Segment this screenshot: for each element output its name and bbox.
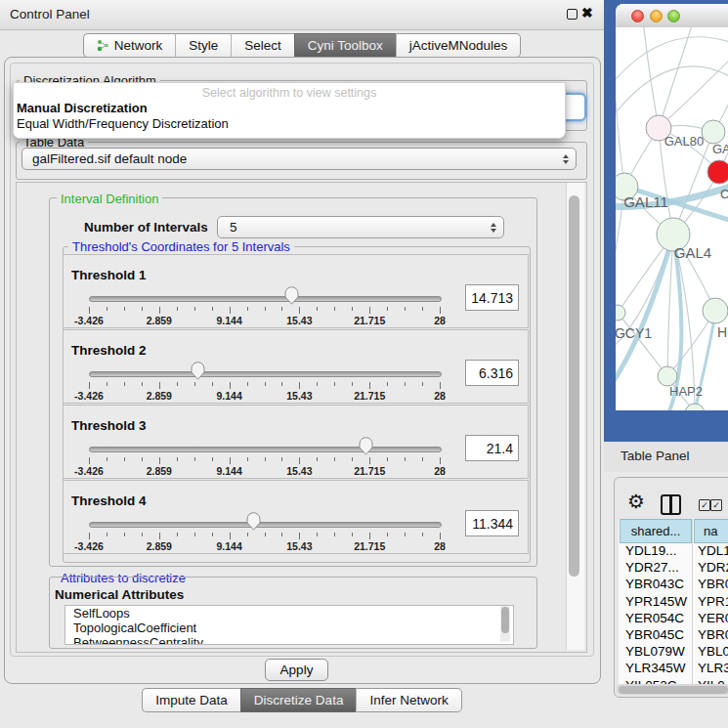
slider-tick — [387, 307, 388, 311]
attribute-item-betweennesscentrality[interactable]: BetweennessCentrality — [65, 635, 513, 645]
number-of-intervals-combo[interactable]: 5 — [217, 216, 504, 238]
threshold-slider-track[interactable] — [89, 522, 442, 528]
slider-tick — [159, 307, 160, 314]
algorithm-option-equal-width-frequency-discretization[interactable]: Equal Width/Frequency Discretization — [14, 115, 565, 131]
threshold-row-4: Threshold 4-3.4262.8599.14415.4321.71528… — [63, 480, 529, 554]
threshold-slider-thumb[interactable] — [284, 286, 299, 305]
tab-discretize-data[interactable]: Discretize Data — [240, 688, 357, 712]
numerical-attributes-label: Numerical Attributes — [55, 587, 184, 602]
algorithm-option-manual-discretization[interactable]: Manual Discretization — [14, 100, 565, 115]
table-row[interactable]: YBR045CYBR0 — [619, 627, 728, 644]
columns-icon[interactable] — [661, 494, 681, 515]
table-data-combo[interactable]: galFiltered.sif default node — [21, 148, 577, 170]
slider-tick — [387, 533, 388, 536]
slider-tick — [352, 457, 353, 461]
slider-tick-label: 28 — [434, 540, 446, 552]
attributes-scrollbar-thumb[interactable] — [501, 607, 509, 633]
tab-cyni-toolbox[interactable]: Cyni Toolbox — [294, 33, 396, 58]
combo-stepper-icon — [563, 154, 569, 164]
threshold-row-3: Threshold 3-3.4262.8599.14415.4321.71528… — [63, 405, 529, 479]
slider-tick — [405, 382, 406, 386]
slider-tick — [230, 533, 231, 539]
tab-style[interactable]: Style — [175, 33, 231, 58]
attribute-item-selfloops[interactable]: SelfLoops — [65, 606, 513, 621]
threshold-value-field[interactable]: 14.713 — [465, 284, 519, 311]
slider-tick — [230, 307, 231, 314]
slider-tick — [317, 307, 318, 311]
slider-tick — [334, 307, 335, 311]
settings-scrollbar-thumb[interactable] — [569, 195, 579, 577]
slider-tick — [124, 457, 125, 461]
network-node-h[interactable] — [703, 298, 728, 323]
network-node-c[interactable] — [707, 160, 728, 184]
threshold-value-field[interactable]: 11.344 — [465, 510, 519, 536]
close-traffic-light-icon[interactable] — [631, 10, 644, 22]
table-row[interactable]: YDL19...YDL1 — [619, 543, 728, 560]
cell-shared-name: YER054C — [625, 611, 694, 625]
interval-definition-label: Interval Definition — [57, 192, 162, 206]
tab-jactivemnodules[interactable]: jActiveMNodules — [396, 33, 522, 58]
close-icon[interactable]: ✖ — [581, 5, 593, 21]
table-row[interactable]: YBR043CYBR0 — [619, 577, 728, 593]
network-graph[interactable]: GAL80GACGAL11GAL4GCY1HHAP2 — [616, 27, 728, 410]
column-header-name[interactable]: na — [694, 519, 728, 543]
slider-tick — [142, 457, 143, 461]
slider-tick — [265, 533, 266, 536]
numerical-attributes-list[interactable]: SelfLoopsTopologicalCoefficientBetweenne… — [64, 605, 514, 645]
network-node-hap2[interactable] — [658, 366, 677, 386]
slider-tick — [405, 533, 406, 536]
minimize-traffic-light-icon[interactable] — [650, 10, 663, 22]
apply-button[interactable]: Apply — [265, 659, 328, 681]
threshold-slider-track[interactable] — [89, 447, 442, 452]
float-icon[interactable] — [567, 9, 578, 20]
cell-name: YBR0 — [698, 577, 728, 591]
table-row[interactable]: YER054CYER0 — [619, 611, 728, 627]
slider-tick — [422, 533, 423, 536]
slider-tick — [89, 457, 90, 464]
slider-tick — [440, 457, 441, 464]
slider-tick — [405, 307, 406, 311]
slider-tick — [299, 382, 300, 389]
checkbox-icon[interactable]: ✓ — [699, 499, 710, 511]
slider-tick-label: 15.43 — [286, 465, 312, 477]
column-header-shared-name[interactable]: shared... — [620, 519, 692, 543]
threshold-slider-track[interactable] — [89, 371, 442, 377]
network-node-ga[interactable] — [702, 120, 725, 144]
table-hscrollbar-thumb[interactable] — [619, 686, 728, 694]
node-label-gal11: GAL11 — [623, 193, 668, 210]
control-panel-titlebar — [0, 0, 604, 30]
cell-name: YER0 — [698, 611, 728, 625]
threshold-slider-track[interactable] — [89, 296, 442, 302]
number-of-intervals-value: 5 — [230, 220, 237, 235]
cell-name: YLR3 — [698, 661, 728, 675]
tab-impute-data[interactable]: Impute Data — [142, 688, 240, 712]
tab-select[interactable]: Select — [231, 33, 294, 58]
slider-tick-label: 21.715 — [354, 540, 385, 552]
threshold-label: Threshold 1 — [71, 268, 147, 282]
application-window: Control Panel ✖ NetworkStyleSelectCyni T… — [0, 0, 728, 728]
table-row[interactable]: YDR27...YDR2 — [619, 560, 728, 577]
table-panel-title: Table Panel — [621, 449, 690, 463]
threshold-slider-thumb[interactable] — [359, 437, 373, 455]
zoom-traffic-light-icon[interactable] — [667, 10, 680, 22]
attribute-item-topologicalcoefficient[interactable]: TopologicalCoefficient — [65, 621, 513, 635]
slider-tick — [281, 307, 282, 311]
checkbox-icon[interactable]: ✓ — [710, 499, 722, 511]
threshold-slider-thumb[interactable] — [246, 512, 261, 531]
network-window-titlebar[interactable] — [616, 4, 728, 28]
table-row[interactable]: YBL079WYBL0 — [619, 644, 728, 661]
slider-tick-label: 15.43 — [286, 390, 312, 402]
slider-tick-label: 9.144 — [216, 465, 241, 477]
tab-infer-network[interactable]: Infer Network — [356, 688, 461, 712]
threshold-value-field[interactable]: 6.316 — [465, 360, 519, 386]
threshold-slider-thumb[interactable] — [191, 362, 205, 380]
network-node-gcy1[interactable] — [616, 305, 625, 321]
threshold-value-field[interactable]: 21.4 — [465, 435, 519, 461]
slider-tick — [369, 457, 370, 464]
gear-icon[interactable]: ⚙ — [627, 490, 645, 513]
tab-network[interactable]: Network — [83, 33, 176, 58]
table-row[interactable]: YPR145WYPR1 — [619, 594, 728, 611]
number-of-intervals-label: Number of Intervals — [84, 220, 208, 235]
table-row[interactable]: YLR345WYLR3 — [619, 661, 728, 677]
slider-tick — [89, 307, 90, 314]
